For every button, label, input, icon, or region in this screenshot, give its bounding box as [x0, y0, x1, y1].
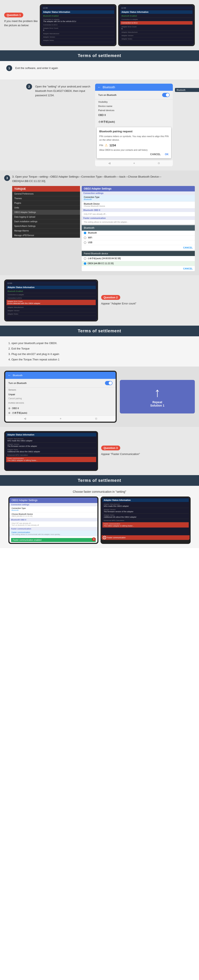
question3-badge: Question 3 — [101, 445, 120, 450]
faster-comm-label: 2 Faster communication — [102, 535, 190, 540]
menu-dash[interactable]: Dash installation settings — [12, 219, 80, 224]
repeat-nav: ◁ ○ □ — [5, 415, 115, 422]
step2-container: 2 Open the "setting" of your android,and… — [26, 84, 91, 102]
conn-adapter-2: Connection to adapter — [120, 18, 193, 21]
status-bar-2: 12:00 — [120, 6, 193, 10]
radio-usb — [84, 241, 86, 244]
faster-s-conn-type[interactable]: Connection Type Bluetooth — [9, 506, 97, 512]
faster-adapter-screen: Adapter Status Information Adapter Manuf… — [102, 498, 190, 535]
phone2-mockup: 12:00 Adapter Status Information Bluetoo… — [118, 4, 195, 46]
faster-info-item: This setting allows to communicate with … — [82, 220, 195, 224]
faster-s-bt-device[interactable]: Choose Bluetooth Device OBDII [AA:BB:CC:… — [9, 512, 97, 518]
device-obdii[interactable]: OBDII [AA:BB:CC:11:22:33] — [82, 261, 195, 266]
question1-section: Question 1 If you meet the problem like … — [0, 0, 199, 50]
faster-obd2-screen: OBD2 Adapter Settings Connection setting… — [9, 498, 97, 543]
torque-screens: TORQUE General Preferences Themes Plugin… — [12, 186, 195, 271]
menu-alarms[interactable]: Manage Alarms — [12, 229, 80, 233]
settings-panel: OBD2 Adapter Settings Connection setting… — [82, 186, 195, 224]
question2-section: 12:00 Adapter Status Information Bluetoo… — [0, 275, 199, 326]
repeat-nav-recent[interactable]: □ — [96, 417, 97, 420]
repeat-bt-toggle[interactable] — [105, 381, 112, 385]
nav-back-icon[interactable]: ◁ — [109, 162, 110, 165]
faster-s-section-bt: Bluetooth OBD II — [9, 518, 97, 522]
q3-phone-inner: Adapter Status Information Adapter Manuf… — [5, 432, 97, 470]
adapter-screen-2: 12:00 Adapter Status Information Bluetoo… — [119, 5, 194, 45]
error-count-2: Adapter Error Count 5 — [120, 25, 193, 30]
device-cancel-btn[interactable]: CANCEL — [183, 267, 193, 270]
repeat-obd-device[interactable]: ⊙ OBD II — [5, 406, 115, 410]
manufacturer-2: Adapter Manufacturer — [120, 30, 193, 34]
q2-phone-area: 12:00 Adapter Status Information Bluetoo… — [4, 280, 98, 321]
repeat-nav-back[interactable]: ◁ — [24, 417, 26, 420]
option-wifi[interactable]: WiFi — [82, 235, 195, 240]
faster-s-bt-info: Only if BT was already off... Turn on bl… — [9, 522, 97, 527]
faster-screens: OBD2 Adapter Settings Connection setting… — [8, 496, 191, 544]
allow-contacts: Allow OBDII to access your contacts and … — [99, 149, 169, 151]
ok-button[interactable]: OK — [165, 153, 169, 156]
q2-manufacturer: Adapter Manufacturer — [6, 306, 96, 309]
faster-s-item-active[interactable]: Faster communication This setting allows… — [9, 530, 97, 536]
terms-banner-3: Terms of settlement — [0, 475, 199, 486]
q2-version: Adapter Version — [6, 309, 96, 312]
device-xiaomi[interactable]: 小米手机(auto) [34:80:B3:84:5E:5B] — [82, 256, 195, 261]
adapter-title-2: Adapter Status Information — [120, 10, 193, 14]
step2-number: 2 — [26, 84, 32, 89]
q2-bt-enabled: Bluetooth Enabled — [6, 290, 96, 293]
dialog-buttons: CANCEL OK — [99, 153, 169, 156]
faster-phone2-inner: Adapter Status Information Adapter Manuf… — [102, 498, 190, 540]
connection-type-item[interactable]: Connection Type Bluetooth — [82, 195, 195, 202]
question1-text: If you meet the problem like the picture… — [4, 19, 38, 27]
q2-text-area: Question 2 Appear "Adapter Error count" — [101, 295, 195, 306]
version-1: Adapter Version — [42, 35, 114, 39]
obd-cancel-btn[interactable]: CANCEL — [183, 247, 193, 249]
menu-plugins[interactable]: Plugins — [12, 201, 80, 205]
repeat-phone-area: ← Bluetooth Turn on Bluetooth Sensors Un… — [4, 371, 117, 423]
radio-wifi — [84, 237, 86, 239]
bt-device-xiaomi[interactable]: 小米手机(auto) — [95, 118, 173, 126]
q3-phone-area: Adapter Status Information Adapter Manuf… — [4, 431, 98, 471]
faster-phone2-mockup: Adapter Status Information Adapter Manuf… — [101, 496, 191, 544]
repeat-arrow-area: ↑ RepeatSolution 1 — [120, 380, 195, 414]
repeat-phone-inner: ← Bluetooth Turn on Bluetooth Sensors Un… — [5, 372, 115, 422]
repeat-paired-devices: PAIRED DEVICES — [5, 401, 115, 406]
menu-xpid[interactable]: Manage xPID/Sensor — [12, 233, 80, 238]
faster-manufacturer: Adapter Manufacturer Who made this OBD2 … — [103, 503, 189, 508]
bt-device-obd[interactable]: OBD II — [95, 112, 173, 118]
terms-banner-2: Terms of settlement — [0, 326, 199, 336]
step1-text: Exit the software, and enter it again — [15, 65, 58, 70]
bt-device-item[interactable]: Bluetooth Device Choose Bluetooth Device — [82, 202, 195, 208]
menu-units[interactable]: Units — [12, 205, 80, 210]
cancel-button[interactable]: CANCEL — [150, 153, 161, 156]
menu-themes[interactable]: Themes — [12, 196, 80, 201]
version-2: Adapter Version — [120, 34, 193, 37]
bt-toggle-row: Turn on Bluetooth — [95, 91, 173, 99]
torque-main-screen: TORQUE General Preferences Themes Plugin… — [12, 186, 80, 238]
repeat-bt-header: ← Bluetooth — [5, 372, 115, 379]
conn-ecu-1: Connection to ECU — [42, 23, 114, 27]
steps-section-1: 1 Exit the software, and enter it again — [0, 61, 199, 80]
menu-data[interactable]: Data logging & Upload — [12, 215, 80, 219]
option-usb[interactable]: USB — [82, 240, 195, 245]
menu-speech[interactable]: Speech/Alarm Settings — [12, 224, 80, 229]
conn-ecu-2: Connection to ECU — [120, 21, 193, 25]
radio-bt — [84, 232, 86, 234]
question3-text: Appear "Faster Communication" — [101, 452, 195, 456]
menu-obd2[interactable]: OBD2 Adapter Settings — [12, 210, 80, 215]
bt-paired-header: Paired devices — [95, 108, 173, 112]
q2-conn-ecu: Connection to ECU — [6, 296, 96, 300]
nav-home-icon[interactable]: ○ — [133, 162, 135, 165]
nav-recent-icon[interactable]: □ — [158, 162, 160, 165]
repeat-xiaomi-device[interactable]: ⊙ 小米手机(auto) — [5, 410, 115, 415]
step2-row: 2 Open the "setting" of your android,and… — [26, 84, 91, 97]
repeat-nav-home[interactable]: ○ — [60, 417, 62, 420]
faster-highlight: Faster communication enabled — [11, 538, 96, 542]
menu-general[interactable]: General Preferences — [12, 192, 80, 196]
option-bt[interactable]: Bluetooth — [82, 231, 195, 235]
faster-adapter-title: Adapter Status Information — [103, 498, 189, 502]
bt-toggle[interactable] — [162, 93, 170, 97]
settlement-step-4: 4. Open the Torque.Then repeat solution … — [8, 357, 191, 362]
back-arrow-icon: ← — [98, 85, 101, 89]
repeat-arrow-icon: ↑ — [154, 386, 161, 399]
bt-info-item: Only if BT was already off... — [82, 212, 195, 216]
obd2-panels: OBD2 Adapter Settings Connection setting… — [82, 186, 195, 271]
